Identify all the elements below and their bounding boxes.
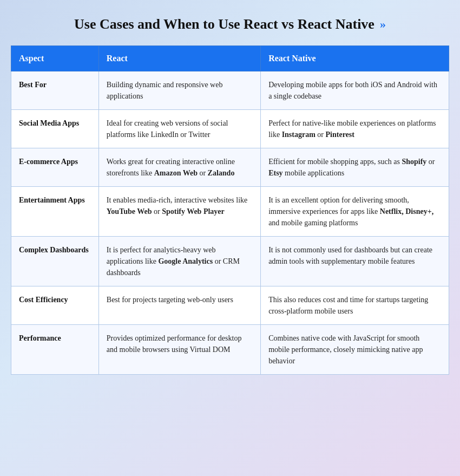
aspect-cell: Best For xyxy=(11,71,99,110)
aspect-cell: Complex Dashboards xyxy=(11,237,99,286)
table-row: Entertainment Apps It enables media-rich… xyxy=(11,187,449,237)
double-chevron-icon: » xyxy=(380,17,386,31)
page-container: Use Cases and When to Use React vs React… xyxy=(11,16,449,375)
react-cell: Provides optimized performance for deskt… xyxy=(98,325,260,375)
aspect-cell: Entertainment Apps xyxy=(11,187,99,237)
header-react-native: React Native xyxy=(261,46,449,71)
page-title: Use Cases and When to Use React vs React… xyxy=(74,16,374,32)
react-native-cell: Combines native code with JavaScript for… xyxy=(261,325,449,375)
react-native-cell: Efficient for mobile shopping apps, such… xyxy=(261,148,449,187)
table-row: Complex Dashboards It is perfect for ana… xyxy=(11,237,449,286)
react-cell: It is perfect for analytics-heavy web ap… xyxy=(98,237,260,286)
react-native-cell: Developing mobile apps for both iOS and … xyxy=(261,71,449,110)
table-row: E-commerce Apps Works great for creating… xyxy=(11,148,449,187)
bold-google-analytics: Google Analytics xyxy=(158,257,213,265)
react-cell: Ideal for creating web versions of socia… xyxy=(98,110,260,148)
bold-amazon: Amazon Web xyxy=(154,169,198,177)
react-native-cell: It is an excellent option for delivering… xyxy=(261,187,449,237)
react-cell: Works great for creating interactive onl… xyxy=(98,148,260,187)
react-native-cell: This also reduces cost and time for star… xyxy=(261,286,449,325)
bold-pinterest: Pinterest xyxy=(326,131,354,139)
header-aspect: Aspect xyxy=(11,46,99,71)
bold-etsy: Etsy xyxy=(268,169,282,177)
bold-shopify: Shopify xyxy=(402,158,426,166)
table-header-row: Aspect React React Native xyxy=(11,46,449,71)
bold-spotify: Spotify Web Player xyxy=(162,207,225,216)
table-row: Performance Provides optimized performan… xyxy=(11,325,449,375)
bold-youtube: YouTube Web xyxy=(107,207,152,216)
bold-netflix: Netflix, Disney+, xyxy=(380,207,433,216)
title-row: Use Cases and When to Use React vs React… xyxy=(11,16,449,32)
comparison-table: Aspect React React Native Best For Build… xyxy=(11,45,449,375)
header-react: React xyxy=(98,46,260,71)
aspect-cell: E-commerce Apps xyxy=(11,148,99,187)
react-native-cell: Perfect for native-like mobile experienc… xyxy=(261,110,449,148)
aspect-cell: Performance xyxy=(11,325,99,375)
react-cell: It enables media-rich, interactive websi… xyxy=(98,187,260,237)
bold-zalando: Zalando xyxy=(208,169,235,177)
table-row: Cost Efficiency Best for projects target… xyxy=(11,286,449,325)
bold-instagram: Instagram xyxy=(282,131,316,139)
react-native-cell: It is not commonly used for dashboards b… xyxy=(261,237,449,286)
aspect-cell: Social Media Apps xyxy=(11,110,99,148)
react-cell: Building dynamic and responsive web appl… xyxy=(98,71,260,110)
aspect-cell: Cost Efficiency xyxy=(11,286,99,325)
table-row: Best For Building dynamic and responsive… xyxy=(11,71,449,110)
table-row: Social Media Apps Ideal for creating web… xyxy=(11,110,449,148)
react-cell: Best for projects targeting web-only use… xyxy=(98,286,260,325)
